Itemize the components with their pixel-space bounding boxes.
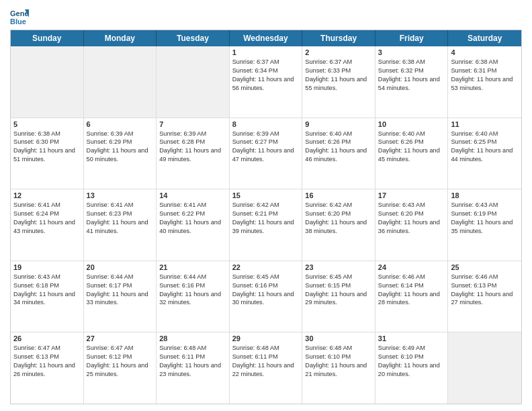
calendar-cell-day-11: 11Sunrise: 6:40 AM Sunset: 6:25 PM Dayli… (448, 118, 521, 189)
logo-icon: General Blue (10, 7, 29, 26)
cell-info: Sunrise: 6:47 AM Sunset: 6:12 PM Dayligh… (87, 344, 154, 379)
day-number: 15 (232, 191, 300, 199)
calendar-cell-day-6: 6Sunrise: 6:39 AM Sunset: 6:29 PM Daylig… (84, 118, 157, 189)
day-number: 24 (378, 263, 445, 271)
day-number: 20 (87, 263, 154, 271)
calendar-cell-day-17: 17Sunrise: 6:43 AM Sunset: 6:20 PM Dayli… (375, 189, 449, 261)
header: General Blue (10, 7, 522, 26)
header-day-sunday: Sunday (11, 30, 84, 46)
calendar-row-2: 5Sunrise: 6:38 AM Sunset: 6:30 PM Daylig… (11, 118, 521, 190)
day-number: 9 (305, 120, 372, 128)
calendar-cell-empty (11, 46, 84, 118)
calendar-cell-day-13: 13Sunrise: 6:41 AM Sunset: 6:23 PM Dayli… (84, 189, 157, 261)
cell-info: Sunrise: 6:48 AM Sunset: 6:11 PM Dayligh… (159, 344, 226, 379)
calendar-cell-day-14: 14Sunrise: 6:41 AM Sunset: 6:22 PM Dayli… (157, 189, 230, 261)
calendar-cell-day-26: 26Sunrise: 6:47 AM Sunset: 6:13 PM Dayli… (11, 332, 84, 404)
calendar-cell-empty (157, 46, 230, 118)
calendar-cell-day-23: 23Sunrise: 6:45 AM Sunset: 6:15 PM Dayli… (302, 261, 375, 332)
day-number: 21 (159, 263, 226, 271)
calendar-body: 1Sunrise: 6:37 AM Sunset: 6:34 PM Daylig… (11, 46, 521, 404)
cell-info: Sunrise: 6:49 AM Sunset: 6:10 PM Dayligh… (378, 344, 445, 379)
cell-info: Sunrise: 6:44 AM Sunset: 6:16 PM Dayligh… (159, 273, 226, 308)
calendar-cell-day-30: 30Sunrise: 6:48 AM Sunset: 6:10 PM Dayli… (302, 332, 375, 404)
calendar-cell-day-20: 20Sunrise: 6:44 AM Sunset: 6:17 PM Dayli… (84, 261, 157, 332)
cell-info: Sunrise: 6:43 AM Sunset: 6:20 PM Dayligh… (378, 201, 445, 236)
cell-info: Sunrise: 6:43 AM Sunset: 6:19 PM Dayligh… (451, 201, 519, 236)
calendar-cell-day-28: 28Sunrise: 6:48 AM Sunset: 6:11 PM Dayli… (157, 332, 230, 404)
day-number: 11 (451, 120, 519, 128)
day-number: 12 (13, 191, 81, 199)
calendar-row-4: 19Sunrise: 6:43 AM Sunset: 6:18 PM Dayli… (11, 261, 521, 333)
day-number: 2 (305, 48, 372, 56)
header-day-thursday: Thursday (302, 30, 375, 46)
day-number: 13 (87, 191, 154, 199)
calendar-cell-day-12: 12Sunrise: 6:41 AM Sunset: 6:24 PM Dayli… (11, 189, 84, 261)
day-number: 29 (232, 334, 300, 342)
cell-info: Sunrise: 6:40 AM Sunset: 6:26 PM Dayligh… (378, 130, 445, 165)
calendar-cell-day-10: 10Sunrise: 6:40 AM Sunset: 6:26 PM Dayli… (375, 118, 449, 189)
calendar-header: SundayMondayTuesdayWednesdayThursdayFrid… (11, 30, 521, 46)
calendar-cell-empty (448, 332, 521, 404)
day-number: 8 (232, 120, 300, 128)
day-number: 18 (451, 191, 519, 199)
calendar-row-1: 1Sunrise: 6:37 AM Sunset: 6:34 PM Daylig… (11, 46, 521, 118)
cell-info: Sunrise: 6:48 AM Sunset: 6:10 PM Dayligh… (305, 344, 372, 379)
cell-info: Sunrise: 6:47 AM Sunset: 6:13 PM Dayligh… (13, 344, 81, 379)
calendar-cell-day-4: 4Sunrise: 6:38 AM Sunset: 6:31 PM Daylig… (448, 46, 521, 118)
calendar-cell-day-7: 7Sunrise: 6:39 AM Sunset: 6:28 PM Daylig… (157, 118, 230, 189)
cell-info: Sunrise: 6:43 AM Sunset: 6:18 PM Dayligh… (13, 273, 81, 308)
day-number: 17 (378, 191, 445, 199)
cell-info: Sunrise: 6:46 AM Sunset: 6:13 PM Dayligh… (451, 273, 519, 308)
day-number: 27 (87, 334, 154, 342)
day-number: 7 (159, 120, 226, 128)
day-number: 28 (159, 334, 226, 342)
calendar-cell-day-2: 2Sunrise: 6:37 AM Sunset: 6:33 PM Daylig… (302, 46, 375, 118)
cell-info: Sunrise: 6:41 AM Sunset: 6:24 PM Dayligh… (13, 201, 81, 236)
day-number: 16 (305, 191, 372, 199)
header-day-saturday: Saturday (448, 30, 521, 46)
header-day-wednesday: Wednesday (230, 30, 303, 46)
cell-info: Sunrise: 6:37 AM Sunset: 6:34 PM Dayligh… (232, 58, 300, 93)
calendar-cell-day-31: 31Sunrise: 6:49 AM Sunset: 6:10 PM Dayli… (375, 332, 449, 404)
cell-info: Sunrise: 6:40 AM Sunset: 6:26 PM Dayligh… (305, 130, 372, 165)
day-number: 1 (232, 48, 300, 56)
cell-info: Sunrise: 6:38 AM Sunset: 6:30 PM Dayligh… (13, 130, 81, 165)
logo: General Blue (10, 7, 32, 26)
calendar-cell-day-19: 19Sunrise: 6:43 AM Sunset: 6:18 PM Dayli… (11, 261, 84, 332)
cell-info: Sunrise: 6:45 AM Sunset: 6:16 PM Dayligh… (232, 273, 300, 308)
calendar-cell-day-24: 24Sunrise: 6:46 AM Sunset: 6:14 PM Dayli… (375, 261, 449, 332)
cell-info: Sunrise: 6:40 AM Sunset: 6:25 PM Dayligh… (451, 130, 519, 165)
calendar: SundayMondayTuesdayWednesdayThursdayFrid… (10, 30, 522, 404)
day-number: 31 (378, 334, 445, 342)
day-number: 30 (305, 334, 372, 342)
cell-info: Sunrise: 6:41 AM Sunset: 6:23 PM Dayligh… (87, 201, 154, 236)
page: General Blue SundayMondayTuesdayWednesda… (0, 0, 532, 411)
calendar-cell-day-1: 1Sunrise: 6:37 AM Sunset: 6:34 PM Daylig… (230, 46, 303, 118)
cell-info: Sunrise: 6:42 AM Sunset: 6:20 PM Dayligh… (305, 201, 372, 236)
cell-info: Sunrise: 6:38 AM Sunset: 6:32 PM Dayligh… (378, 58, 445, 93)
day-number: 19 (13, 263, 81, 271)
calendar-cell-day-21: 21Sunrise: 6:44 AM Sunset: 6:16 PM Dayli… (157, 261, 230, 332)
day-number: 26 (13, 334, 81, 342)
day-number: 5 (13, 120, 81, 128)
calendar-cell-day-5: 5Sunrise: 6:38 AM Sunset: 6:30 PM Daylig… (11, 118, 84, 189)
day-number: 10 (378, 120, 445, 128)
cell-info: Sunrise: 6:39 AM Sunset: 6:27 PM Dayligh… (232, 130, 300, 165)
calendar-cell-day-15: 15Sunrise: 6:42 AM Sunset: 6:21 PM Dayli… (230, 189, 303, 261)
cell-info: Sunrise: 6:41 AM Sunset: 6:22 PM Dayligh… (159, 201, 226, 236)
header-day-monday: Monday (84, 30, 157, 46)
cell-info: Sunrise: 6:38 AM Sunset: 6:31 PM Dayligh… (451, 58, 519, 93)
calendar-cell-day-18: 18Sunrise: 6:43 AM Sunset: 6:19 PM Dayli… (448, 189, 521, 261)
day-number: 3 (378, 48, 445, 56)
day-number: 6 (87, 120, 154, 128)
calendar-cell-day-29: 29Sunrise: 6:48 AM Sunset: 6:11 PM Dayli… (230, 332, 303, 404)
day-number: 4 (451, 48, 519, 56)
calendar-row-5: 26Sunrise: 6:47 AM Sunset: 6:13 PM Dayli… (11, 332, 521, 404)
day-number: 25 (451, 263, 519, 271)
calendar-row-3: 12Sunrise: 6:41 AM Sunset: 6:24 PM Dayli… (11, 189, 521, 261)
cell-info: Sunrise: 6:46 AM Sunset: 6:14 PM Dayligh… (378, 273, 445, 308)
calendar-cell-day-9: 9Sunrise: 6:40 AM Sunset: 6:26 PM Daylig… (302, 118, 375, 189)
day-number: 22 (232, 263, 300, 271)
calendar-cell-day-25: 25Sunrise: 6:46 AM Sunset: 6:13 PM Dayli… (448, 261, 521, 332)
calendar-cell-day-22: 22Sunrise: 6:45 AM Sunset: 6:16 PM Dayli… (230, 261, 303, 332)
